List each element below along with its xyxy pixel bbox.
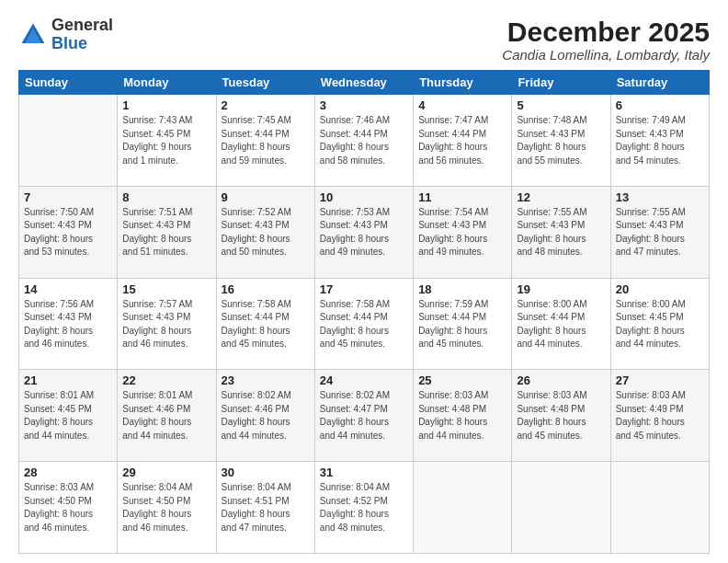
day-info: Sunrise: 7:59 AM Sunset: 4:44 PM Dayligh… [418,298,506,351]
day-info: Sunrise: 7:49 AM Sunset: 4:43 PM Dayligh… [616,114,704,167]
day-cell [610,462,709,554]
day-number: 24 [320,373,408,387]
day-number: 15 [122,282,210,296]
day-cell: 21Sunrise: 8:01 AM Sunset: 4:45 PM Dayli… [19,370,118,462]
day-number: 17 [320,282,408,296]
week-row-1: 7Sunrise: 7:50 AM Sunset: 4:43 PM Daylig… [19,186,710,278]
logo-blue: Blue [51,34,87,52]
day-cell: 24Sunrise: 8:02 AM Sunset: 4:47 PM Dayli… [314,370,413,462]
header: General Blue December 2025 Candia Lomell… [18,17,710,63]
header-tuesday: Tuesday [216,71,314,95]
day-cell: 7Sunrise: 7:50 AM Sunset: 4:43 PM Daylig… [19,186,118,278]
month-year: December 2025 [502,17,710,47]
day-cell: 27Sunrise: 8:03 AM Sunset: 4:49 PM Dayli… [610,370,709,462]
day-info: Sunrise: 7:58 AM Sunset: 4:44 PM Dayligh… [320,298,408,351]
day-number: 25 [418,373,506,387]
day-number: 20 [616,282,704,296]
day-number: 4 [418,98,506,112]
day-cell: 30Sunrise: 8:04 AM Sunset: 4:51 PM Dayli… [216,462,314,554]
day-cell: 3Sunrise: 7:46 AM Sunset: 4:44 PM Daylig… [314,95,413,187]
day-cell: 16Sunrise: 7:58 AM Sunset: 4:44 PM Dayli… [216,278,314,370]
day-cell [19,95,118,187]
day-number: 14 [24,282,112,296]
day-number: 18 [418,282,506,296]
day-info: Sunrise: 7:52 AM Sunset: 4:43 PM Dayligh… [222,206,310,259]
header-thursday: Thursday [414,71,512,95]
day-number: 3 [320,98,408,112]
day-info: Sunrise: 8:02 AM Sunset: 4:46 PM Dayligh… [222,389,310,442]
day-info: Sunrise: 7:57 AM Sunset: 4:43 PM Dayligh… [122,298,210,351]
day-number: 22 [122,373,210,387]
day-info: Sunrise: 8:00 AM Sunset: 4:45 PM Dayligh… [616,298,704,351]
header-monday: Monday [118,71,216,95]
day-info: Sunrise: 8:04 AM Sunset: 4:51 PM Dayligh… [222,481,310,534]
day-info: Sunrise: 7:53 AM Sunset: 4:43 PM Dayligh… [320,206,408,259]
day-number: 13 [616,190,704,204]
day-cell: 14Sunrise: 7:56 AM Sunset: 4:43 PM Dayli… [19,278,118,370]
day-cell: 29Sunrise: 8:04 AM Sunset: 4:50 PM Dayli… [118,462,216,554]
day-number: 10 [320,190,408,204]
day-cell: 11Sunrise: 7:54 AM Sunset: 4:43 PM Dayli… [414,186,512,278]
day-cell: 19Sunrise: 8:00 AM Sunset: 4:44 PM Dayli… [512,278,610,370]
logo-text: General Blue [51,17,113,53]
day-cell: 8Sunrise: 7:51 AM Sunset: 4:43 PM Daylig… [118,186,216,278]
day-info: Sunrise: 8:01 AM Sunset: 4:45 PM Dayligh… [24,389,112,442]
header-saturday: Saturday [610,71,709,95]
day-info: Sunrise: 8:02 AM Sunset: 4:47 PM Dayligh… [320,389,408,442]
day-cell: 31Sunrise: 8:04 AM Sunset: 4:52 PM Dayli… [314,462,413,554]
day-number: 11 [418,190,506,204]
day-cell: 10Sunrise: 7:53 AM Sunset: 4:43 PM Dayli… [314,186,413,278]
day-info: Sunrise: 8:04 AM Sunset: 4:52 PM Dayligh… [320,481,408,534]
day-info: Sunrise: 7:45 AM Sunset: 4:44 PM Dayligh… [222,114,310,167]
day-info: Sunrise: 7:47 AM Sunset: 4:44 PM Dayligh… [418,114,506,167]
day-cell: 5Sunrise: 7:48 AM Sunset: 4:43 PM Daylig… [512,95,610,187]
day-cell: 13Sunrise: 7:55 AM Sunset: 4:43 PM Dayli… [610,186,709,278]
day-number: 6 [616,98,704,112]
day-info: Sunrise: 7:48 AM Sunset: 4:43 PM Dayligh… [517,114,605,167]
day-number: 26 [517,373,605,387]
day-info: Sunrise: 7:50 AM Sunset: 4:43 PM Dayligh… [24,206,112,259]
day-info: Sunrise: 8:03 AM Sunset: 4:50 PM Dayligh… [24,481,112,534]
day-number: 8 [122,190,210,204]
day-cell: 6Sunrise: 7:49 AM Sunset: 4:43 PM Daylig… [610,95,709,187]
week-row-0: 1Sunrise: 7:43 AM Sunset: 4:45 PM Daylig… [19,95,710,187]
logo-general: General [51,16,113,34]
day-cell: 15Sunrise: 7:57 AM Sunset: 4:43 PM Dayli… [118,278,216,370]
location: Candia Lomellina, Lombardy, Italy [502,47,710,63]
day-cell: 26Sunrise: 8:03 AM Sunset: 4:48 PM Dayli… [512,370,610,462]
day-number: 23 [222,373,310,387]
day-number: 30 [222,465,310,479]
day-cell: 17Sunrise: 7:58 AM Sunset: 4:44 PM Dayli… [314,278,413,370]
day-cell: 28Sunrise: 8:03 AM Sunset: 4:50 PM Dayli… [19,462,118,554]
day-number: 29 [122,465,210,479]
day-cell: 9Sunrise: 7:52 AM Sunset: 4:43 PM Daylig… [216,186,314,278]
day-cell [414,462,512,554]
week-row-3: 21Sunrise: 8:01 AM Sunset: 4:45 PM Dayli… [19,370,710,462]
day-cell: 23Sunrise: 8:02 AM Sunset: 4:46 PM Dayli… [216,370,314,462]
day-cell: 12Sunrise: 7:55 AM Sunset: 4:43 PM Dayli… [512,186,610,278]
title-area: December 2025 Candia Lomellina, Lombardy… [502,17,710,63]
day-info: Sunrise: 7:46 AM Sunset: 4:44 PM Dayligh… [320,114,408,167]
day-number: 21 [24,373,112,387]
day-number: 7 [24,190,112,204]
day-info: Sunrise: 8:01 AM Sunset: 4:46 PM Dayligh… [122,389,210,442]
header-friday: Friday [512,71,610,95]
day-number: 27 [616,373,704,387]
day-number: 12 [517,190,605,204]
day-info: Sunrise: 8:03 AM Sunset: 4:48 PM Dayligh… [418,389,506,442]
day-info: Sunrise: 7:54 AM Sunset: 4:43 PM Dayligh… [418,206,506,259]
day-info: Sunrise: 7:51 AM Sunset: 4:43 PM Dayligh… [122,206,210,259]
day-info: Sunrise: 7:56 AM Sunset: 4:43 PM Dayligh… [24,298,112,351]
day-cell: 1Sunrise: 7:43 AM Sunset: 4:45 PM Daylig… [118,95,216,187]
header-sunday: Sunday [19,71,118,95]
day-number: 28 [24,465,112,479]
day-info: Sunrise: 8:00 AM Sunset: 4:44 PM Dayligh… [517,298,605,351]
week-row-2: 14Sunrise: 7:56 AM Sunset: 4:43 PM Dayli… [19,278,710,370]
day-number: 5 [517,98,605,112]
day-cell: 4Sunrise: 7:47 AM Sunset: 4:44 PM Daylig… [414,95,512,187]
logo-icon [18,20,48,50]
day-number: 19 [517,282,605,296]
day-info: Sunrise: 7:55 AM Sunset: 4:43 PM Dayligh… [517,206,605,259]
week-row-4: 28Sunrise: 8:03 AM Sunset: 4:50 PM Dayli… [19,462,710,554]
day-info: Sunrise: 8:04 AM Sunset: 4:50 PM Dayligh… [122,481,210,534]
